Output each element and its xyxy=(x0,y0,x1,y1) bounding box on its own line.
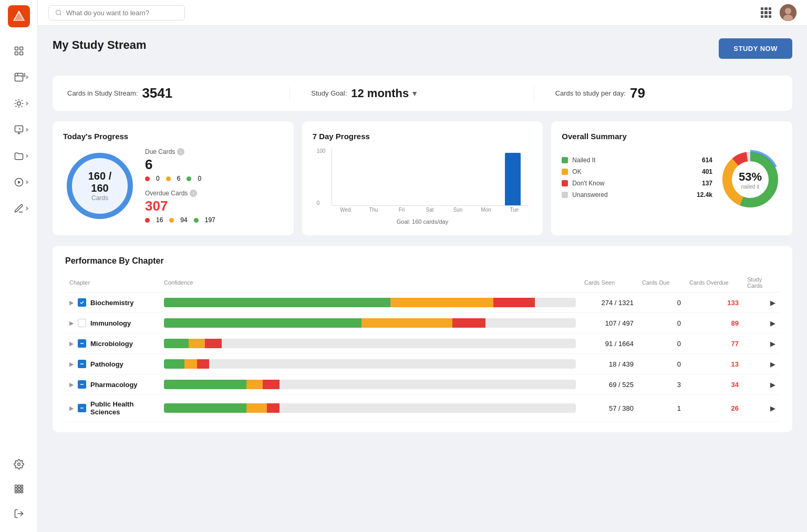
study-cards-cell[interactable]: ▶ xyxy=(743,354,780,374)
stat-per-day: Cards to study per day: 79 xyxy=(534,85,778,101)
svg-rect-10 xyxy=(15,126,23,132)
study-arrow[interactable]: ▶ xyxy=(770,360,775,368)
dot-green xyxy=(187,176,191,181)
logo[interactable] xyxy=(8,5,30,27)
table-row: ▶ Pathology 18 / 439 0 13 ▶ xyxy=(65,354,780,374)
cards-seen-cell: 18 / 439 xyxy=(580,354,638,374)
study-cards-cell[interactable]: ▶ xyxy=(743,374,780,395)
donut-percent: 53% xyxy=(739,170,762,184)
svg-rect-14 xyxy=(15,485,17,487)
overdue-orange: 94 xyxy=(180,216,187,224)
conf-orange xyxy=(361,318,452,328)
th-study-cards: StudyCards xyxy=(743,273,780,293)
y-label-bottom: 0 xyxy=(317,200,329,206)
cards-seen-cell: 274 / 1321 xyxy=(580,293,638,313)
overdue-green: 197 xyxy=(205,216,215,224)
conf-orange xyxy=(246,380,263,389)
legend-dot-orange xyxy=(562,169,568,175)
x-label-fri: Fri xyxy=(388,207,416,213)
due-info-icon[interactable]: i xyxy=(177,148,184,155)
progress-circle: 160 / 160 Cards xyxy=(63,149,137,223)
sidebar-item-videos[interactable] xyxy=(7,171,30,194)
chapter-name: Microbiology xyxy=(90,340,133,348)
x-label-thu: Thu xyxy=(359,207,388,213)
sidebar-item-settings[interactable] xyxy=(7,453,30,476)
table-row: ▶ Public Health Sciences 57 / 380 1 26 ▶ xyxy=(65,395,780,422)
cards-seen-cell: 69 / 525 xyxy=(580,374,638,395)
sidebar-item-folders[interactable] xyxy=(7,144,30,168)
conf-green xyxy=(164,339,189,348)
performance-table: Chapter Confidence Cards Seen Cards Due … xyxy=(65,273,780,422)
main-wrapper: My Study Stream STUDY NOW Cards in Study… xyxy=(38,0,807,532)
study-goal-select[interactable]: 12 months ▼ xyxy=(351,87,418,100)
legend-name-nailed: Nailed It xyxy=(572,157,698,164)
topbar xyxy=(38,0,807,26)
svg-rect-15 xyxy=(18,485,20,487)
sidebar-item-dashboard[interactable] xyxy=(7,39,30,62)
cards-due-cell: 0 xyxy=(638,354,685,374)
expand-arrow[interactable]: ▶ xyxy=(69,381,74,388)
sidebar-item-ai[interactable] xyxy=(7,92,30,115)
goal-text: Goal: 160 cards/day xyxy=(317,218,529,225)
th-cards-overdue: Cards Overdue xyxy=(685,273,743,293)
cards-overdue-cell: 133 xyxy=(685,293,743,313)
study-arrow[interactable]: ▶ xyxy=(770,340,775,348)
sidebar-item-questions[interactable] xyxy=(7,118,30,141)
conf-red xyxy=(493,298,534,307)
expand-arrow[interactable]: ▶ xyxy=(69,361,74,368)
sidebar-item-notes[interactable] xyxy=(7,197,30,220)
study-arrow[interactable]: ▶ xyxy=(770,404,775,412)
svg-point-9 xyxy=(17,102,20,106)
svg-rect-3 xyxy=(19,47,23,50)
search-box[interactable] xyxy=(48,5,185,20)
study-cards-cell[interactable]: ▶ xyxy=(743,395,780,422)
per-day-value: 79 xyxy=(630,85,645,101)
th-chapter: Chapter xyxy=(65,273,160,293)
expand-arrow[interactable]: ▶ xyxy=(69,405,74,412)
study-cards-cell[interactable]: ▶ xyxy=(743,313,780,333)
table-row: ▶ Biochemistry 274 / 1321 0 133 ▶ xyxy=(65,293,780,313)
x-label-wed: Wed xyxy=(332,207,360,213)
seven-day-title: 7 Day Progress xyxy=(313,132,533,141)
chapter-icon-empty xyxy=(78,319,86,327)
sidebar-item-books[interactable] xyxy=(7,66,30,89)
svg-rect-2 xyxy=(15,47,18,50)
svg-rect-18 xyxy=(18,488,20,490)
chapter-name-cell: ▶ Biochemistry xyxy=(65,293,160,313)
study-now-button[interactable]: STUDY NOW xyxy=(719,38,792,59)
conf-green xyxy=(164,359,184,369)
overall-title: Overall Summary xyxy=(562,132,782,141)
conf-red xyxy=(205,339,221,348)
expand-arrow[interactable]: ▶ xyxy=(69,299,74,306)
expand-arrow[interactable]: ▶ xyxy=(69,320,74,327)
grid-apps-icon[interactable] xyxy=(761,7,771,18)
expand-arrow[interactable]: ▶ xyxy=(69,340,74,347)
overdue-info-icon[interactable]: i xyxy=(190,190,197,197)
today-title: Today's Progress xyxy=(63,132,283,141)
sidebar-item-logout[interactable] xyxy=(7,502,30,525)
legend-dot-green xyxy=(562,157,568,163)
svg-rect-4 xyxy=(15,52,18,55)
legend-name-unanswered: Unanswered xyxy=(572,191,692,199)
cards-due-cell: 1 xyxy=(638,395,685,422)
conf-green xyxy=(164,318,361,328)
cards-due-cell: 0 xyxy=(638,333,685,354)
study-arrow[interactable]: ▶ xyxy=(770,299,775,307)
conf-green xyxy=(164,380,246,389)
avatar[interactable] xyxy=(780,4,796,21)
svg-point-24 xyxy=(56,10,61,15)
search-icon xyxy=(55,9,62,16)
table-row: ▶ Pharmacology 69 / 525 3 34 ▶ xyxy=(65,374,780,395)
cards-due-cell: 0 xyxy=(638,293,685,313)
study-arrow[interactable]: ▶ xyxy=(770,319,775,327)
progress-row: Today's Progress 160 / 160 Cards xyxy=(53,121,792,235)
chapter-icon-minus xyxy=(78,380,86,389)
study-cards-cell[interactable]: ▶ xyxy=(743,333,780,354)
conf-orange xyxy=(246,403,267,413)
study-arrow[interactable]: ▶ xyxy=(770,381,775,389)
performance-card: Performance By Chapter Chapter Confidenc… xyxy=(53,246,792,432)
study-cards-cell[interactable]: ▶ xyxy=(743,293,780,313)
search-input[interactable] xyxy=(66,9,178,17)
sidebar-item-apps[interactable] xyxy=(7,477,30,500)
table-row: ▶ Microbiology 91 / 1664 0 77 ▶ xyxy=(65,333,780,354)
